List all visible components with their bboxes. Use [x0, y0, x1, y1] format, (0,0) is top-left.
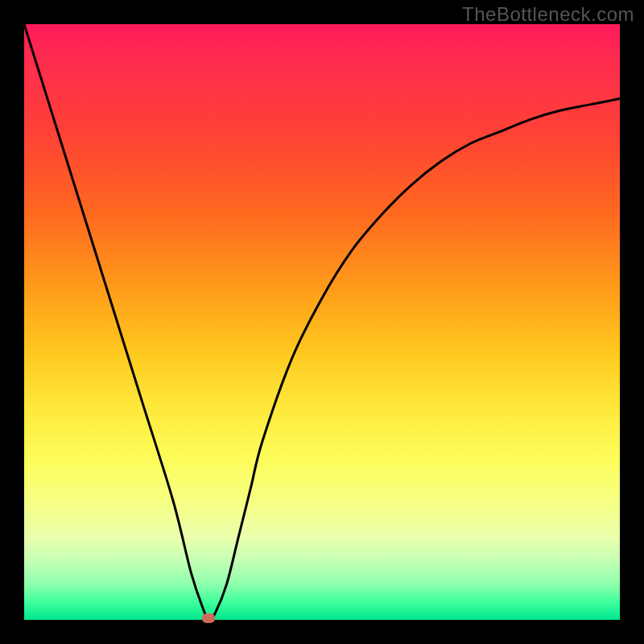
bottleneck-curve — [24, 24, 620, 620]
plot-area — [24, 24, 620, 620]
min-marker — [202, 613, 215, 623]
chart-container: TheBottleneck.com — [0, 0, 644, 644]
watermark-text: TheBottleneck.com — [462, 3, 634, 26]
curve-svg — [24, 24, 620, 620]
